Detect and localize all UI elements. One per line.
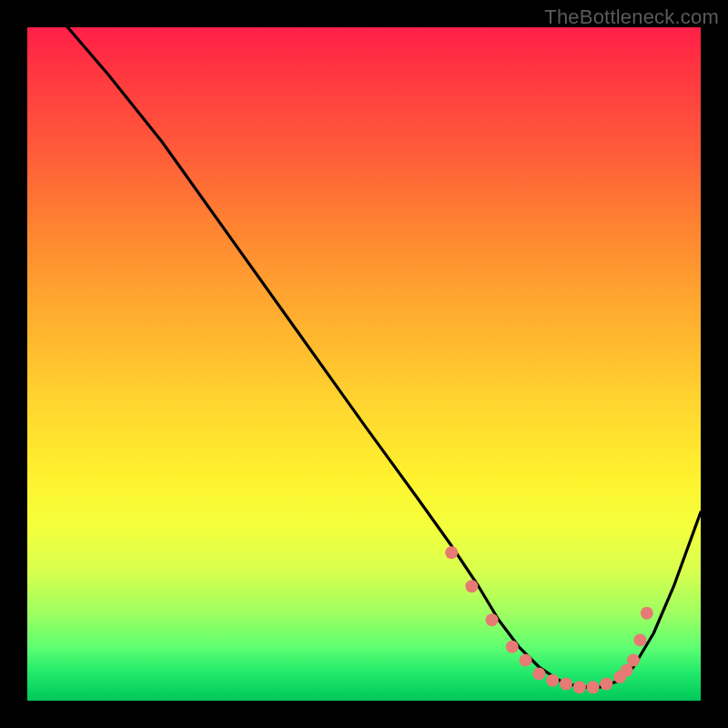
chart-svg bbox=[27, 27, 701, 701]
marker-dots bbox=[445, 546, 653, 693]
watermark-text: TheBottleneck.com bbox=[544, 5, 719, 29]
marker-dot bbox=[546, 674, 559, 687]
marker-dot bbox=[560, 678, 572, 691]
chart-frame: TheBottleneck.com bbox=[0, 0, 728, 728]
marker-dot bbox=[506, 641, 519, 653]
marker-dot bbox=[627, 654, 640, 667]
marker-dot bbox=[633, 633, 646, 646]
marker-dot bbox=[600, 678, 612, 691]
marker-dot bbox=[445, 546, 458, 559]
marker-dot bbox=[587, 681, 600, 693]
curve-line bbox=[27, 27, 701, 687]
marker-dot bbox=[465, 580, 478, 592]
marker-dot bbox=[573, 681, 586, 693]
marker-dot bbox=[532, 667, 545, 680]
marker-dot bbox=[520, 654, 532, 667]
plot-area bbox=[27, 27, 701, 701]
marker-dot bbox=[641, 607, 653, 620]
marker-dot bbox=[486, 613, 499, 626]
